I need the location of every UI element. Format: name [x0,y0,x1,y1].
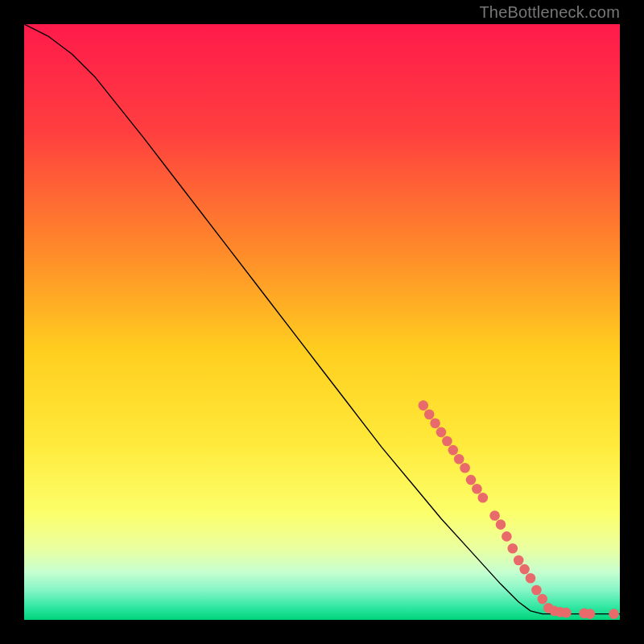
data-marker [430,419,440,429]
data-marker [502,531,512,542]
data-marker [466,475,477,485]
data-marker [448,445,459,456]
data-marker [496,519,506,530]
data-marker [454,454,464,464]
data-marker [531,585,542,596]
data-marker [609,609,619,619]
data-marker [585,609,596,619]
chart-frame: TheBottleneck.com [0,0,644,644]
data-marker [526,573,536,584]
data-marker [436,427,447,438]
data-marker [442,436,452,447]
gradient-background [24,24,620,620]
chart-svg [24,24,620,620]
data-marker [419,400,429,411]
data-marker [472,484,482,494]
data-marker [561,608,572,618]
data-marker [538,594,548,605]
data-marker [460,463,470,473]
data-marker [514,555,524,566]
data-marker [424,409,435,419]
data-marker [489,510,500,521]
data-marker [478,493,489,503]
chart-plot-area [24,24,620,620]
data-marker [519,564,530,575]
watermark-text: TheBottleneck.com [479,3,620,22]
data-marker [508,543,518,554]
